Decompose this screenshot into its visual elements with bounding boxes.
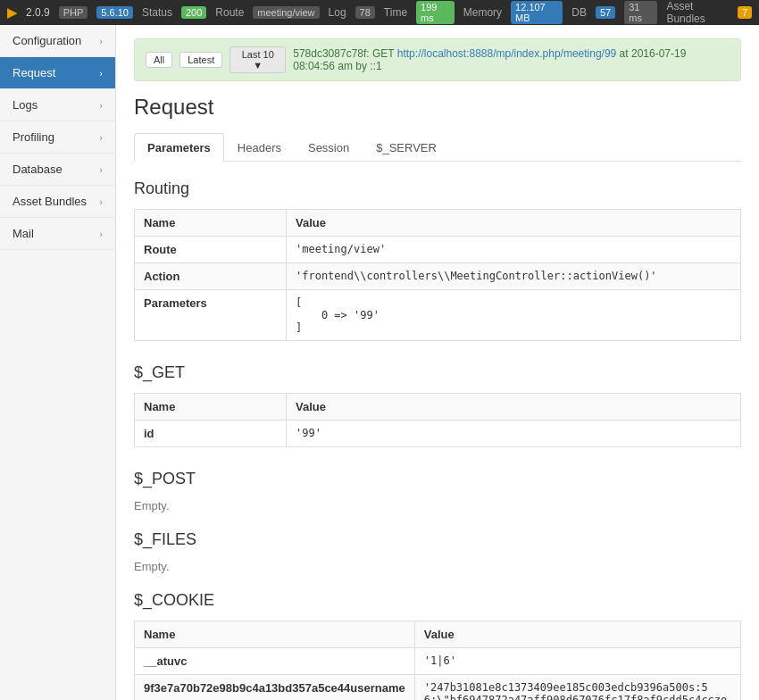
sidebar-item-mail[interactable]: Mail ›: [0, 218, 115, 250]
main-content: All Latest Last 10 ▼ 578dc3087c78f: GET …: [116, 25, 759, 700]
post-section-title: $_POST: [134, 470, 741, 488]
sidebar: Configuration › Request › Logs › Profili…: [0, 25, 116, 700]
sidebar-item-label: Configuration: [13, 34, 81, 47]
get-col-value: Value: [287, 394, 741, 421]
cookie-table: Name Value __atuvc '1|6' 9f3e7a70b72e98b…: [134, 621, 741, 700]
sidebar-item-label: Asset Bundles: [13, 195, 87, 208]
routing-table: Name Value Route 'meeting/view' Action '…: [134, 209, 741, 341]
route-label: Route: [215, 6, 244, 19]
memory-badge: 12.107 MB: [511, 1, 563, 24]
time-label: Time: [384, 6, 407, 19]
table-row: Parameters [ 0 => '99' ]: [135, 290, 741, 341]
sidebar-item-label: Profiling: [13, 130, 54, 144]
routing-section-title: Routing: [134, 179, 741, 198]
cookie-section-title: $_COOKIE: [134, 591, 741, 610]
table-row: __atuvc '1|6': [135, 648, 741, 675]
last10-button[interactable]: Last 10 ▼: [229, 46, 286, 73]
routing-row-1-value: 'frontend\\controllers\\MeetingControlle…: [287, 263, 741, 290]
log-count-badge: 78: [355, 6, 375, 19]
sidebar-item-label: Database: [13, 162, 63, 176]
sidebar-item-request[interactable]: Request ›: [0, 57, 115, 89]
chevron-right-icon: ›: [99, 36, 103, 46]
time-badge: 199 ms: [416, 1, 455, 24]
chevron-right-icon: ›: [99, 132, 103, 143]
routing-row-2-value: [ 0 => '99' ]: [287, 290, 741, 341]
db-count-badge: 57: [596, 6, 615, 19]
tab-session[interactable]: Session: [295, 133, 363, 162]
tab-parameters[interactable]: Parameters: [134, 133, 224, 162]
post-empty: Empty.: [134, 499, 741, 512]
chevron-right-icon: ›: [99, 196, 103, 207]
db-label: DB: [571, 6, 587, 19]
routing-col-value: Value: [287, 210, 741, 237]
asset-label: Asset Bundles: [666, 0, 729, 25]
route-badge: meeting/view: [253, 6, 319, 19]
routing-row-0-value: 'meeting/view': [287, 237, 741, 263]
table-row: Route 'meeting/view': [135, 237, 741, 263]
page-title: Request: [134, 95, 741, 120]
asset-count-badge: 7: [738, 6, 752, 19]
status-code-badge: 200: [181, 6, 206, 19]
cookie-col-name: Name: [135, 621, 415, 648]
get-row-0-name: id: [135, 421, 287, 447]
sidebar-item-asset-bundles[interactable]: Asset Bundles ›: [0, 186, 115, 218]
sidebar-item-label: Logs: [13, 98, 38, 112]
app-version: 2.0.9: [26, 6, 50, 19]
get-row-0-value: '99': [287, 421, 741, 447]
get-col-name: Name: [135, 394, 287, 421]
all-button[interactable]: All: [146, 52, 172, 68]
routing-row-1-name: Action: [135, 263, 287, 290]
routing-row-0-name: Route: [135, 237, 287, 263]
get-section-title: $_GET: [134, 363, 741, 382]
sidebar-item-logs[interactable]: Logs ›: [0, 89, 115, 121]
sidebar-item-database[interactable]: Database ›: [0, 154, 115, 186]
files-section-title: $_FILES: [134, 530, 741, 549]
topbar: ▶ 2.0.9 PHP 5.6.10 Status 200 Route meet…: [0, 0, 759, 25]
table-row: id '99': [135, 421, 741, 447]
get-table: Name Value id '99': [134, 393, 741, 447]
sidebar-item-configuration[interactable]: Configuration ›: [0, 25, 115, 57]
sidebar-item-profiling[interactable]: Profiling ›: [0, 121, 115, 154]
alert-url-link[interactable]: http://localhost:8888/mp/index.php/meeti…: [397, 47, 617, 60]
tab-server[interactable]: $_SERVER: [363, 133, 450, 162]
db-time-badge: 31 ms: [624, 1, 657, 24]
table-row: 9f3e7a70b72e98b9c4a13bd357a5ce44username…: [135, 675, 741, 701]
memory-label: Memory: [463, 6, 502, 19]
chevron-right-icon: ›: [99, 68, 103, 79]
alert-message: 578dc3087c78f: GET http://localhost:8888…: [293, 47, 730, 72]
tab-headers[interactable]: Headers: [224, 133, 295, 162]
chevron-right-icon: ›: [99, 164, 103, 175]
routing-col-name: Name: [135, 210, 287, 237]
chevron-right-icon: ›: [99, 229, 103, 239]
log-label: Log: [329, 6, 346, 19]
logo-icon: ▶: [7, 5, 17, 20]
alert-bar: All Latest Last 10 ▼ 578dc3087c78f: GET …: [134, 38, 741, 81]
cookie-col-value: Value: [414, 621, 740, 648]
tabs-bar: Parameters Headers Session $_SERVER: [134, 133, 741, 162]
table-row: Action 'frontend\\controllers\\MeetingCo…: [135, 263, 741, 290]
sidebar-item-label: Mail: [13, 227, 34, 240]
status-label: Status: [142, 6, 172, 19]
php-version-badge: 5.6.10: [96, 6, 133, 19]
cookie-row-0-name: __atuvc: [135, 648, 415, 675]
files-empty: Empty.: [134, 560, 741, 573]
php-badge: PHP: [59, 6, 88, 19]
sidebar-item-label: Request: [13, 66, 55, 79]
cookie-row-1-name: 9f3e7a70b72e98b9c4a13bd357a5ce44username: [135, 675, 415, 701]
cookie-row-1-value: '247b31081e8c1373409ee185c003edcb9396a50…: [414, 675, 740, 701]
cookie-row-0-value: '1|6': [414, 648, 740, 675]
chevron-right-icon: ›: [99, 100, 103, 111]
routing-row-2-name: Parameters: [135, 290, 287, 341]
latest-button[interactable]: Latest: [179, 52, 222, 68]
